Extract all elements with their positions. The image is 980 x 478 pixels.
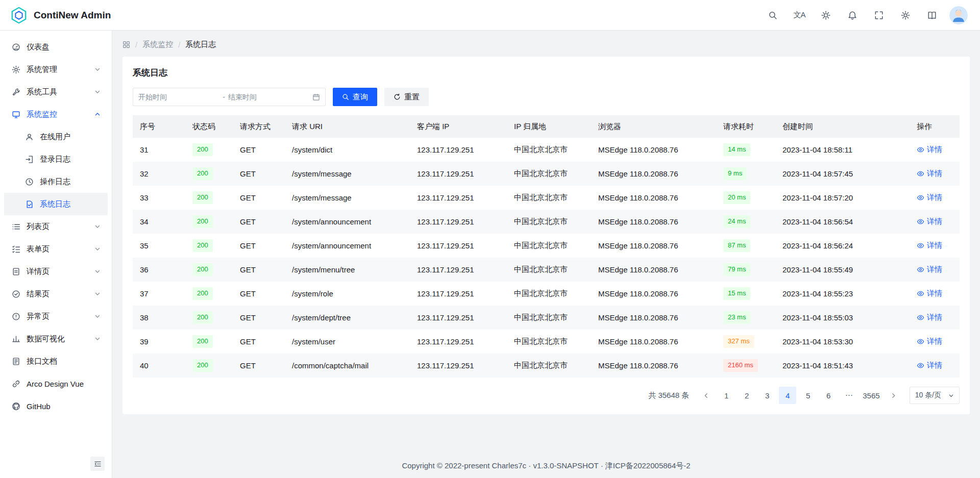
sidebar-item-label: 系统日志 <box>40 199 101 209</box>
start-time-input[interactable] <box>138 93 219 101</box>
sidebar-item-dashboard[interactable]: 仪表盘 <box>4 36 108 58</box>
date-range-picker[interactable]: - <box>133 88 326 106</box>
sidebar-item-system-logs[interactable]: 系统日志 <box>4 193 108 215</box>
table-row: 32 200 GET /system/message 123.117.129.2… <box>133 162 960 186</box>
detail-link[interactable]: 详情 <box>917 337 942 346</box>
apps-grid-icon[interactable] <box>122 41 130 48</box>
sidebar-item-label: 结果页 <box>27 289 94 299</box>
page-button[interactable]: 2 <box>738 387 755 404</box>
cell-uri: /system/dict <box>285 138 410 162</box>
sidebar-item-label: GitHub <box>27 402 101 411</box>
chevron-down-icon <box>94 66 101 72</box>
detail-link[interactable]: 详情 <box>917 217 942 227</box>
page-size-label: 10 条/页 <box>915 391 941 400</box>
page-ellipsis[interactable]: ⋯ <box>840 387 857 404</box>
sidebar-item-list-page[interactable]: 列表页 <box>4 215 108 238</box>
collapse-sidebar-button[interactable] <box>90 457 105 471</box>
detail-link[interactable]: 详情 <box>917 145 942 155</box>
sidebar-item-exception-page[interactable]: 异常页 <box>4 305 108 328</box>
previous-page-button[interactable] <box>697 387 715 404</box>
sidebar-item-system-management[interactable]: 系统管理 <box>4 58 108 81</box>
status-badge: 200 <box>192 191 213 204</box>
detail-link[interactable]: 详情 <box>917 265 942 274</box>
menu-fold-icon <box>94 460 102 468</box>
cell-method: GET <box>233 162 285 186</box>
gear-icon <box>901 11 910 20</box>
sidebar-item-form-page[interactable]: 表单页 <box>4 238 108 260</box>
translate-icon: 文A <box>793 10 805 20</box>
cell-created: 2023-11-04 18:57:20 <box>775 186 910 210</box>
bell-icon <box>848 11 857 20</box>
page-button[interactable]: 5 <box>799 387 817 404</box>
notification-button[interactable] <box>843 6 862 24</box>
wrench-icon <box>11 87 20 96</box>
settings-button[interactable] <box>896 6 915 24</box>
sidebar-item-api-docs[interactable]: 接口文档 <box>4 350 108 372</box>
page-button[interactable]: 3565 <box>861 387 881 404</box>
fullscreen-button[interactable] <box>870 6 888 24</box>
detail-link[interactable]: 详情 <box>917 361 942 370</box>
sidebar-item-arco-design-vue[interactable]: Arco Design Vue <box>4 372 108 395</box>
page-button[interactable]: 3 <box>758 387 776 404</box>
sidebar-item-data-visualization[interactable]: 数据可视化 <box>4 328 108 350</box>
sidebar-item-system-tools[interactable]: 系统工具 <box>4 81 108 103</box>
locale-button[interactable]: 文A <box>790 6 808 24</box>
cell-method: GET <box>233 354 285 378</box>
clock-icon <box>24 177 34 186</box>
cell-ip: 123.117.129.251 <box>410 162 507 186</box>
sidebar-item-label: 仪表盘 <box>27 42 101 52</box>
search-button[interactable] <box>764 6 782 24</box>
avatar[interactable] <box>949 6 968 24</box>
eye-icon <box>917 266 924 273</box>
page-button[interactable]: 1 <box>718 387 735 404</box>
table-row: 36 200 GET /system/menu/tree 123.117.129… <box>133 258 960 282</box>
detail-link[interactable]: 详情 <box>917 313 942 322</box>
cell-location: 中国北京北京市 <box>507 138 591 162</box>
cell-no: 33 <box>133 186 185 210</box>
table-row: 31 200 GET /system/dict 123.117.129.251 … <box>133 138 960 162</box>
sidebar-item-detail-page[interactable]: 详情页 <box>4 260 108 283</box>
elapsed-badge: 15 ms <box>723 287 750 299</box>
sidebar-item-system-monitor[interactable]: 系统监控 <box>4 103 108 125</box>
cell-created: 2023-11-04 18:55:03 <box>775 306 910 330</box>
detail-link[interactable]: 详情 <box>917 193 942 203</box>
chevron-down-icon <box>94 291 101 297</box>
next-page-button[interactable] <box>885 387 902 404</box>
end-time-input[interactable] <box>228 93 309 101</box>
user-icon <box>24 132 34 141</box>
cell-browser: MSEdge 118.0.2088.76 <box>591 138 716 162</box>
login-log-icon <box>24 155 34 164</box>
chevron-down-icon <box>94 268 101 274</box>
detail-link[interactable]: 详情 <box>917 241 942 250</box>
detail-label: 详情 <box>927 361 942 370</box>
docs-button[interactable] <box>923 6 941 24</box>
detail-label: 详情 <box>927 169 942 179</box>
search-button[interactable]: 查询 <box>333 88 377 106</box>
cell-no: 32 <box>133 162 185 186</box>
sidebar-item-github[interactable]: GitHub <box>4 395 108 417</box>
breadcrumb-item-system-monitor[interactable]: 系统监控 <box>142 40 173 49</box>
sidebar-item-operation-logs[interactable]: 操作日志 <box>4 170 108 193</box>
sidebar-item-login-logs[interactable]: 登录日志 <box>4 148 108 170</box>
theme-button[interactable] <box>817 6 835 24</box>
column-header: 请求耗时 <box>716 115 775 138</box>
page-button[interactable]: 6 <box>820 387 837 404</box>
eye-icon <box>917 218 924 225</box>
chevron-down-icon <box>94 336 101 342</box>
page-button[interactable]: 4 <box>779 387 796 404</box>
sidebar-item-online-users[interactable]: 在线用户 <box>4 125 108 148</box>
detail-link[interactable]: 详情 <box>917 289 942 298</box>
brand: ContiNew Admin <box>10 7 111 24</box>
breadcrumb-separator: / <box>178 40 180 49</box>
reset-button[interactable]: 重置 <box>384 88 429 106</box>
table-row: 35 200 GET /system/announcement 123.117.… <box>133 234 960 258</box>
page-title: 系统日志 <box>133 67 960 79</box>
table-row: 40 200 GET /common/captcha/mail 123.117.… <box>133 354 960 378</box>
system-logs-card: 系统日志 - 查询 <box>122 57 970 414</box>
page-size-select[interactable]: 10 条/页 <box>910 387 960 404</box>
eye-icon <box>917 194 924 202</box>
cell-location: 中国北京北京市 <box>507 306 591 330</box>
status-badge: 200 <box>192 239 213 251</box>
sidebar-item-result-page[interactable]: 结果页 <box>4 283 108 305</box>
detail-link[interactable]: 详情 <box>917 169 942 179</box>
